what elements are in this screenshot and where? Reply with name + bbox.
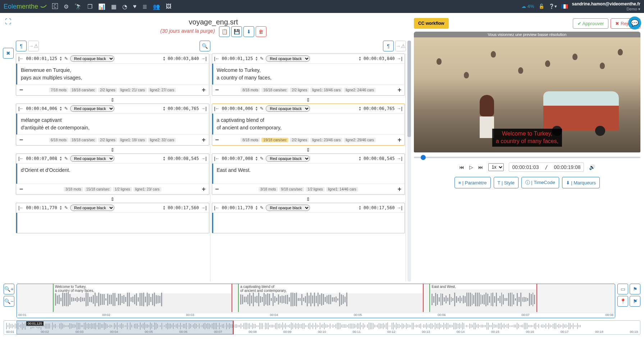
- user-menu[interactable]: sandrine.hamon@videomenthe.fr Demo ▾: [572, 1, 640, 12]
- wand-icon[interactable]: ✎: [260, 56, 264, 61]
- tc-in-snap-icon[interactable]: |←: [18, 56, 24, 61]
- tc-in-stepper[interactable]: ▲▼: [255, 156, 258, 161]
- wand-icon[interactable]: ✎: [64, 156, 68, 161]
- clipboard-button[interactable]: 📋: [219, 26, 230, 37]
- marker-pin-button[interactable]: 📍: [617, 296, 628, 307]
- tc-out-snap-icon[interactable]: →|: [397, 56, 402, 61]
- tc-out-stepper[interactable]: ▲▼: [163, 205, 166, 210]
- timeline-segment[interactable]: Welcome to Turkey,a country of many face…: [53, 284, 232, 312]
- style-select[interactable]: Red opaque black: [266, 105, 310, 112]
- remove-cue-button[interactable]: −: [18, 136, 24, 144]
- remove-cue-button[interactable]: −: [214, 185, 220, 193]
- zoom-in-button[interactable]: 🔍+: [4, 284, 14, 294]
- add-cue-button[interactable]: +: [397, 86, 402, 94]
- tc-out-stepper[interactable]: ▲▼: [358, 56, 361, 61]
- remove-cue-button[interactable]: −: [214, 86, 220, 94]
- merge-cue-icon[interactable]: ⇕: [16, 97, 209, 103]
- zoom-out-button[interactable]: 🔍−: [4, 296, 14, 307]
- snap-button[interactable]: ▭: [617, 284, 628, 294]
- cc-icon[interactable]: 🄲: [52, 3, 58, 10]
- tc-in[interactable]: 00:00:07,008: [26, 156, 57, 161]
- volume-icon[interactable]: 🔊: [589, 164, 595, 170]
- approve-button[interactable]: ✔ Approuver: [573, 18, 609, 29]
- cloud-icon[interactable]: ☁ 4%: [521, 4, 534, 9]
- download-button[interactable]: ⬇: [243, 26, 254, 37]
- tc-out-stepper[interactable]: ▲▼: [358, 156, 361, 161]
- cue-block[interactable]: |←00:00:07,008▲▼✎Red opaque black▲▼00:00…: [16, 154, 209, 195]
- tc-in-snap-icon[interactable]: |←: [214, 106, 220, 111]
- cue-block[interactable]: |←00:00:01,125▲▼✎Red opaque black▲▼00:00…: [212, 54, 405, 96]
- tc-out-stepper[interactable]: ▲▼: [163, 56, 166, 61]
- cue-scrollbar[interactable]: [407, 41, 411, 281]
- heart-icon[interactable]: ♥: [133, 3, 137, 10]
- remove-cue-button[interactable]: −: [18, 86, 24, 94]
- tc-in[interactable]: 00:00:04,006: [222, 106, 253, 111]
- tc-out[interactable]: 00:00:03,840: [364, 56, 395, 61]
- tc-out[interactable]: 00:00:08,545: [364, 156, 395, 161]
- tc-in-snap-icon[interactable]: |←: [18, 106, 24, 111]
- tc-out-snap-icon[interactable]: →|: [397, 156, 402, 161]
- cue-text[interactable]: d'Orient et d'Occident.: [16, 164, 209, 184]
- wand-icon[interactable]: ✎: [260, 156, 264, 161]
- skip-start-button[interactable]: ⏮: [459, 164, 464, 170]
- cue-block[interactable]: |←00:00:01,125▲▼✎Red opaque black▲▼00:00…: [16, 54, 209, 96]
- cue-text[interactable]: Welcome to Turkey,a country of many face…: [212, 64, 405, 84]
- tc-out-snap-icon[interactable]: →|: [397, 106, 402, 111]
- unlock-icon[interactable]: 🔓: [539, 4, 544, 9]
- style-select[interactable]: Red opaque black: [70, 105, 114, 112]
- cue-block[interactable]: |←00:00:11,770▲▼✎Red opaque black▲▼00:00…: [212, 203, 405, 233]
- brand-logo[interactable]: Eolementhe: [4, 3, 47, 10]
- tc-in-snap-icon[interactable]: |←: [214, 205, 220, 210]
- search-button[interactable]: 🔍: [200, 41, 210, 51]
- style-button[interactable]: T | Style: [494, 177, 519, 188]
- tc-in-stepper[interactable]: ▲▼: [59, 106, 62, 111]
- tc-in-snap-icon[interactable]: |←: [214, 56, 220, 61]
- video-scrubber[interactable]: [414, 155, 640, 160]
- add-cue-button[interactable]: +: [397, 185, 402, 193]
- locale-flag[interactable]: [561, 4, 568, 9]
- skip-end-button[interactable]: ⏭: [478, 164, 483, 170]
- tc-in[interactable]: 00:00:11,770: [26, 205, 57, 210]
- tc-in-stepper[interactable]: ▲▼: [59, 205, 62, 210]
- waveform-timeline[interactable]: Welcome to Turkey,a country of many face…: [17, 284, 615, 318]
- tc-out-snap-icon[interactable]: →|: [201, 106, 206, 111]
- tc-in-stepper[interactable]: ▲▼: [59, 156, 62, 161]
- tc-in-snap-icon[interactable]: |←: [214, 156, 220, 161]
- style-select[interactable]: Red opaque black: [266, 155, 310, 162]
- tc-in-stepper[interactable]: ▲▼: [255, 106, 258, 111]
- users-icon[interactable]: 👥: [153, 3, 160, 10]
- tc-in[interactable]: 00:00:01,125: [26, 56, 57, 61]
- tc-out-stepper[interactable]: ▲▼: [163, 156, 166, 161]
- play-button[interactable]: ▷: [469, 164, 473, 170]
- tc-in-stepper[interactable]: ▲▼: [255, 205, 258, 210]
- clear-button[interactable]: ✖: [3, 48, 14, 59]
- align-left-button[interactable]: ¶: [16, 41, 27, 51]
- tc-out[interactable]: 00:00:03,840: [168, 56, 199, 61]
- style-select[interactable]: Red opaque black: [266, 55, 310, 62]
- table-icon[interactable]: ▦: [111, 3, 117, 10]
- tc-out-snap-icon[interactable]: →|: [201, 156, 206, 161]
- tc-out-snap-icon[interactable]: →|: [201, 56, 206, 61]
- param-button[interactable]: ≡ | Paramètre: [455, 177, 491, 188]
- cue-block[interactable]: |←00:00:04,006▲▼✎Red opaque black▲▼00:00…: [16, 104, 209, 146]
- cue-block[interactable]: |←00:00:11,770▲▼✎Red opaque black▲▼00:00…: [16, 203, 209, 233]
- flag-button[interactable]: ⚑: [630, 284, 640, 294]
- copy-icon[interactable]: ❐: [87, 3, 92, 10]
- save-button[interactable]: 💾: [231, 26, 242, 37]
- cue-text[interactable]: [212, 213, 405, 233]
- wand-icon[interactable]: ✎: [64, 106, 68, 111]
- delete-button[interactable]: 🗑: [256, 26, 266, 37]
- chat-fab[interactable]: 💬: [628, 17, 641, 29]
- merge-cue-icon[interactable]: ⇕: [16, 196, 209, 202]
- add-cue-button[interactable]: +: [201, 185, 206, 193]
- tc-out-snap-icon[interactable]: →|: [201, 205, 206, 210]
- tc-out-stepper[interactable]: ▲▼: [163, 106, 166, 111]
- tc-in[interactable]: 00:00:04,006: [26, 106, 57, 111]
- video-preview[interactable]: Welcome to Turkey, a country of many fac…: [414, 37, 640, 152]
- piechart-icon[interactable]: ◔: [122, 3, 127, 10]
- add-cue-button[interactable]: +: [201, 136, 207, 144]
- merge-cue-icon[interactable]: ⇕: [212, 147, 405, 153]
- style-select[interactable]: Red opaque black: [70, 55, 114, 62]
- overview-timeline[interactable]: 00:01,125 00:0100:0200:0300:0400:0500:06…: [4, 320, 640, 335]
- tc-in-snap-icon[interactable]: |←: [18, 156, 24, 161]
